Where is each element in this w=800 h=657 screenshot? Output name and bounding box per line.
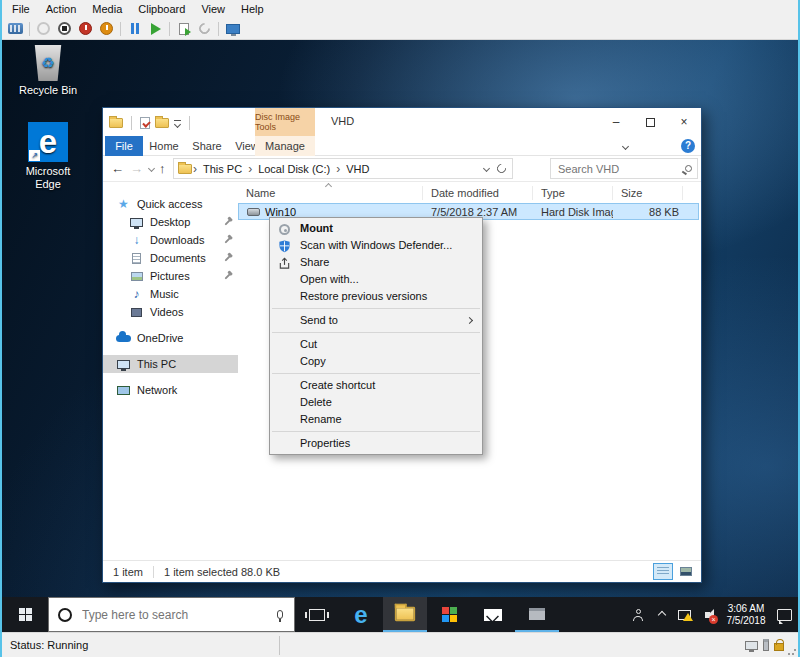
sidebar-item-downloads[interactable]: ↓ Downloads: [103, 231, 238, 249]
details-view-button[interactable]: [653, 563, 673, 580]
search-icon[interactable]: [685, 165, 692, 172]
desktop-icon-microsoft-edge[interactable]: e ↗ Microsoft Edge: [14, 122, 82, 191]
search-input[interactable]: [556, 162, 681, 176]
enhanced-session-button[interactable]: [222, 19, 243, 38]
window-controls: – ×: [599, 108, 701, 136]
menu-item-delete[interactable]: Delete: [270, 394, 482, 411]
microphone-icon[interactable]: [277, 610, 283, 619]
toolbar-separator: [29, 22, 30, 36]
save-state-button[interactable]: [96, 19, 117, 38]
address-bar[interactable]: › This PC › Local Disk (C:) › VHD: [173, 158, 513, 179]
forward-button[interactable]: →: [130, 161, 143, 177]
shut-down-button[interactable]: [75, 19, 96, 38]
column-header-type[interactable]: Type: [533, 186, 613, 200]
breadcrumb-vhd[interactable]: VHD: [341, 163, 374, 175]
action-center-button[interactable]: [773, 597, 796, 632]
menu-item-properties[interactable]: Properties: [270, 435, 482, 452]
minimize-button[interactable]: –: [599, 108, 633, 136]
checkpoint-button[interactable]: [173, 19, 194, 38]
tab-share[interactable]: Share: [185, 136, 229, 156]
taskbar-store-button[interactable]: [427, 597, 471, 632]
menu-item-label: Properties: [300, 437, 350, 449]
menu-item-rename[interactable]: Rename: [270, 411, 482, 428]
menu-item-create-shortcut[interactable]: Create shortcut: [270, 377, 482, 394]
menu-item-cut[interactable]: Cut: [270, 336, 482, 353]
menu-item-send-to[interactable]: Send to: [270, 312, 482, 329]
sidebar-item-desktop[interactable]: Desktop: [103, 213, 238, 231]
menu-view[interactable]: View: [193, 1, 233, 17]
taskbar-file-explorer-button[interactable]: [383, 597, 427, 632]
tab-file[interactable]: File: [105, 136, 143, 156]
taskbar-search-input[interactable]: [80, 607, 269, 623]
turn-off-button[interactable]: [54, 19, 75, 38]
properties-icon[interactable]: [140, 117, 150, 129]
menu-item-open-with[interactable]: Open with...: [270, 271, 482, 288]
resize-grip[interactable]: [787, 646, 797, 656]
taskbar-mail-button[interactable]: [471, 597, 515, 632]
menu-clipboard[interactable]: Clipboard: [130, 1, 193, 17]
expand-ribbon-chevron-icon[interactable]: [622, 143, 629, 150]
new-folder-icon[interactable]: [155, 118, 169, 128]
column-header-size[interactable]: Size: [613, 186, 683, 200]
file-explorer-icon: [395, 606, 415, 621]
menu-action[interactable]: Action: [38, 1, 85, 17]
column-header-name[interactable]: Name: [238, 186, 423, 200]
sidebar-item-videos[interactable]: Videos: [103, 303, 238, 321]
menu-file[interactable]: File: [4, 1, 38, 17]
sidebar-item-network[interactable]: Network: [103, 381, 238, 399]
pause-button[interactable]: [124, 19, 145, 38]
taskbar-edge-button[interactable]: e: [339, 597, 383, 632]
sidebar-item-music[interactable]: ♪ Music: [103, 285, 238, 303]
desktop-icon: [130, 218, 143, 227]
navigation-pane: ★ Quick access Desktop ↓ Downloads: [103, 183, 238, 560]
network-icon: [678, 610, 691, 620]
people-button[interactable]: [627, 597, 650, 632]
customize-qat-button[interactable]: [174, 120, 181, 127]
refresh-icon[interactable]: [495, 162, 508, 175]
tab-home[interactable]: Home: [143, 136, 185, 156]
menu-item-restore-previous-versions[interactable]: Restore previous versions: [270, 288, 482, 305]
breadcrumb-local-disk-c[interactable]: Local Disk (C:): [253, 163, 335, 175]
back-button[interactable]: ←: [111, 161, 124, 177]
network-status-button[interactable]: [673, 597, 696, 632]
revert-button[interactable]: [194, 19, 215, 38]
large-icons-view-button[interactable]: [676, 563, 696, 580]
menu-media[interactable]: Media: [84, 1, 130, 17]
checkpoint-icon: [179, 23, 189, 35]
address-dropdown-chevron-icon[interactable]: [483, 165, 490, 172]
volume-button[interactable]: ×: [696, 597, 719, 632]
close-button[interactable]: ×: [667, 108, 701, 136]
task-view-button[interactable]: [295, 597, 339, 632]
sidebar-item-this-pc[interactable]: This PC: [103, 355, 238, 373]
menu-item-share[interactable]: Share: [270, 254, 482, 271]
folder-icon[interactable]: [109, 118, 123, 128]
menu-help[interactable]: Help: [233, 1, 272, 17]
desktop-icon-recycle-bin[interactable]: ♻ Recycle Bin: [14, 45, 82, 97]
column-header-date-modified[interactable]: Date modified: [423, 186, 533, 200]
tab-manage[interactable]: Manage: [255, 136, 315, 156]
menu-item-copy[interactable]: Copy: [270, 353, 482, 370]
recent-locations-chevron-icon[interactable]: [148, 165, 155, 172]
up-button[interactable]: ↑: [159, 161, 166, 177]
location-folder-icon: [178, 164, 192, 174]
taskbar-clock[interactable]: 3:06 AM 7/5/2018: [719, 603, 773, 627]
maximize-button[interactable]: [633, 108, 667, 136]
search-box[interactable]: [550, 158, 698, 179]
show-hidden-icons-button[interactable]: [650, 597, 673, 632]
menu-item-scan-with-windows-defender[interactable]: Scan with Windows Defender...: [270, 237, 482, 254]
help-button[interactable]: ?: [681, 139, 695, 153]
sidebar-item-quick-access[interactable]: ★ Quick access: [103, 195, 238, 213]
sidebar-item-documents[interactable]: Documents: [103, 249, 238, 267]
sidebar-item-pictures[interactable]: Pictures: [103, 267, 238, 285]
breadcrumb-this-pc[interactable]: This PC: [198, 163, 247, 175]
resume-button[interactable]: [145, 19, 166, 38]
ctrl-alt-del-button[interactable]: [5, 19, 26, 38]
sidebar-item-onedrive[interactable]: OneDrive: [103, 329, 238, 347]
taskbar-running-app-button[interactable]: [515, 597, 559, 632]
lock-status-icon: [774, 643, 784, 651]
menu-item-mount[interactable]: Mount: [270, 220, 482, 237]
start-button[interactable]: [2, 597, 48, 632]
taskbar-search-box[interactable]: [48, 597, 295, 632]
enhanced-session-icon: [226, 24, 240, 34]
start-vm-button[interactable]: [33, 19, 54, 38]
